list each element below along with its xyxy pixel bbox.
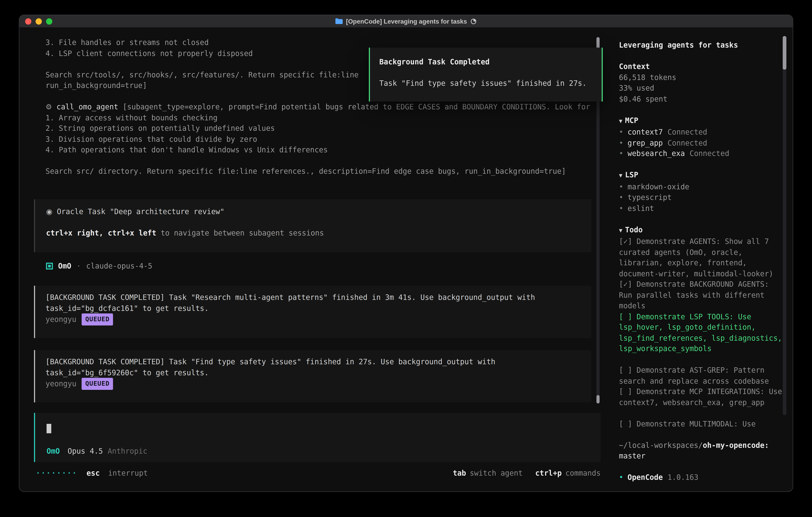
- lsp-heading: LSP: [625, 170, 638, 179]
- message-text: [BACKGROUND TASK COMPLETED] Task "Find t…: [46, 356, 581, 378]
- oracle-task-panel[interactable]: ◉ Oracle Task "Deep architecture review"…: [34, 199, 591, 252]
- workspace-repo: oh-my-opencode:: [703, 441, 769, 449]
- message-block: [BACKGROUND TASK COMPLETED] Task "Resear…: [34, 286, 591, 338]
- bullet-icon: •: [619, 473, 624, 482]
- sidebar: Leveraging agents for tasks Context 66,5…: [619, 40, 783, 483]
- gear-icon: ⚙: [46, 103, 52, 111]
- window-titlebar[interactable]: [OpenCode] Leveraging agents for tasks: [19, 15, 793, 28]
- mcp-name: grep_app: [628, 138, 663, 147]
- oracle-task-title-line: ◉ Oracle Task "Deep architecture review": [46, 206, 591, 217]
- spacer: [619, 51, 783, 61]
- chevron-down-icon: ▼: [619, 172, 622, 179]
- terminal-line: 1. Array access without bounds checking: [46, 112, 595, 123]
- input-model-row: OmO Opus 4.5 Anthropic: [47, 447, 147, 455]
- tab-key-label: switch agent: [470, 469, 523, 477]
- message-meta: yeongyu QUEUED: [46, 378, 581, 390]
- spinner-dots: ••••••••: [36, 470, 78, 475]
- spacer: [619, 159, 783, 169]
- context-used: 33% used: [619, 83, 783, 93]
- oracle-nav-label: to navigate between subagent sessions: [161, 229, 324, 237]
- window-title-text: [OpenCode] Leveraging agents for tasks: [346, 18, 467, 25]
- lsp-item: •markdown-oxide: [619, 181, 783, 192]
- lsp-item: •typescript: [619, 192, 783, 203]
- bullet-icon: •: [619, 128, 624, 136]
- todo-heading: Todo: [625, 225, 643, 234]
- agent-icon: [46, 263, 53, 269]
- chevron-down-icon: ▼: [619, 227, 622, 234]
- terminal-content: 3. File handles or streams not closed4. …: [19, 28, 793, 491]
- bullet-icon: •: [619, 182, 624, 191]
- mcp-section-header[interactable]: ▼MCP: [619, 115, 783, 127]
- mcp-item: •grep_appConnected: [619, 137, 783, 148]
- ctrlp-key-label: commands: [566, 469, 601, 477]
- main-scrollbar-thumb-bottom[interactable]: [597, 395, 600, 404]
- workspace-path: ~/local-workspaces/oh-my-opencode: maste…: [619, 440, 783, 461]
- mcp-status: Connected: [668, 138, 707, 147]
- todo-item: [ ] Demonstrate LSP TOOLS: Use lsp_hover…: [619, 311, 783, 354]
- folder-icon: [336, 19, 343, 24]
- bullet-icon: •: [619, 138, 624, 147]
- minimize-button[interactable]: [35, 19, 42, 25]
- bullet-icon: •: [619, 149, 624, 158]
- zoom-button[interactable]: [46, 19, 52, 25]
- agent-header: OmO · claude-opus-4-5: [46, 262, 152, 270]
- agent-separator: ·: [77, 262, 81, 270]
- session-title: Leveraging agents for tasks: [619, 40, 783, 51]
- message-block: [BACKGROUND TASK COMPLETED] Task "Find t…: [34, 350, 591, 403]
- message-text: [BACKGROUND TASK COMPLETED] Task "Resear…: [46, 292, 581, 314]
- workspace-branch: master: [619, 452, 645, 460]
- queued-badge: QUEUED: [82, 378, 113, 390]
- spacer: [619, 429, 783, 440]
- traffic-lights: [25, 19, 52, 25]
- toast-title: Background Task Completed: [379, 57, 599, 67]
- lsp-name: typescript: [628, 193, 672, 201]
- output-lines-tool: 1. Array access without bounds checking2…: [46, 112, 595, 176]
- spacer: [619, 214, 783, 224]
- terminal-line: 3. File handles or streams not closed: [46, 37, 595, 48]
- terminal-line: 2. String operations on potentially unde…: [46, 123, 595, 134]
- close-button[interactable]: [25, 19, 31, 25]
- sidebar-scrollbar-thumb[interactable]: [783, 36, 786, 70]
- sidebar-scrollbar[interactable]: [783, 36, 786, 415]
- app-name: OpenCode: [628, 473, 663, 482]
- version-line: •OpenCode1.0.163: [619, 472, 783, 483]
- bullet-icon: •: [619, 193, 624, 201]
- spacer: [619, 104, 783, 115]
- app-version: 1.0.163: [668, 473, 698, 482]
- status-bar: •••••••• esc interrupt tab switch agent …: [36, 469, 601, 477]
- tab-key-hint: tab: [453, 469, 466, 477]
- lsp-name: markdown-oxide: [628, 182, 689, 191]
- todo-section-header[interactable]: ▼Todo: [619, 224, 783, 236]
- tool-call-args: [subagent_type=explore, prompt=Find pote…: [123, 103, 590, 111]
- tool-call-name: call_omo_agent: [57, 103, 118, 111]
- spacer: [619, 461, 783, 472]
- terminal-line: Search src/ directory. Return specific f…: [46, 166, 595, 177]
- input-provider-name: Anthropic: [108, 447, 147, 455]
- lsp-section-header[interactable]: ▼LSP: [619, 169, 783, 181]
- mcp-name: websearch_exa: [628, 149, 685, 158]
- input-agent-name[interactable]: OmO: [47, 447, 60, 455]
- esc-key-hint: esc: [87, 469, 100, 477]
- fisheye-icon: ◉: [46, 207, 52, 216]
- message-meta: yeongyu QUEUED: [46, 314, 581, 325]
- oracle-task-title: Oracle Task "Deep architecture review": [57, 207, 225, 216]
- workspace-path-prefix: ~/local-workspaces/: [619, 441, 703, 449]
- todo-item: [ ] Demonstrate AST-GREP: Pattern search…: [619, 365, 783, 386]
- mcp-status: Connected: [668, 128, 707, 136]
- mcp-name: context7: [628, 128, 663, 136]
- mcp-heading: MCP: [625, 116, 638, 124]
- tool-call-line: ⚙ call_omo_agent [subagent_type=explore,…: [46, 102, 595, 112]
- lsp-name: eslint: [628, 204, 654, 212]
- prompt-input[interactable]: OmO Opus 4.5 Anthropic: [34, 413, 601, 462]
- terminal-line: 4. Path operations that don't handle Win…: [46, 144, 595, 155]
- ctrlp-key-hint: ctrl+p: [535, 469, 562, 477]
- esc-key-label: interrupt: [108, 469, 148, 477]
- oracle-nav-keys: ctrl+x right, ctrl+x left: [46, 229, 156, 237]
- context-heading: Context: [619, 61, 783, 72]
- todo-item: [✓] Demonstrate AGENTS: Show all 7 curat…: [619, 236, 783, 279]
- input-model-name[interactable]: Opus 4.5: [68, 447, 103, 455]
- chevron-down-icon: ▼: [619, 117, 622, 124]
- toast-body: Task "Find type safety issues" finished …: [379, 78, 599, 89]
- message-author: yeongyu: [46, 314, 77, 325]
- text-cursor: [47, 424, 51, 433]
